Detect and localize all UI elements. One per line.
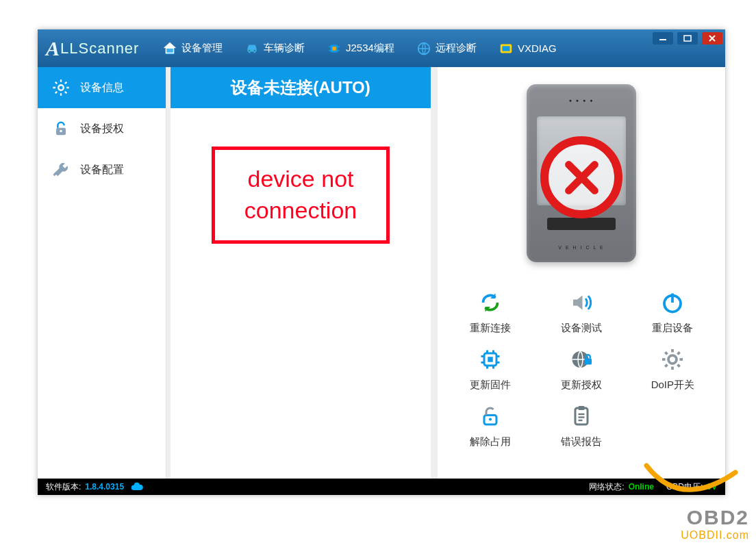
action-grid: 重新连接 设备测试 重启设备 更新固件 更新授权 [438,279,725,455]
car-icon [244,41,260,56]
svg-point-2 [254,49,255,51]
action-error-report[interactable]: 错误报告 [536,401,627,448]
device-not-connected-alert: device not connection [212,147,390,244]
sidebar-label: 设备授权 [80,122,124,136]
action-update-license[interactable]: 更新授权 [536,344,627,392]
action-release-occupy[interactable]: 解除占用 [444,401,536,448]
svg-point-16 [58,85,63,90]
minimize-button[interactable] [653,32,673,44]
menu-vehicle-diag[interactable]: 车辆诊断 [234,29,316,67]
sidebar-item-device-info[interactable]: 设备信息 [38,67,166,108]
vxdiag-icon [499,41,514,56]
menu-remote-diag[interactable]: 远程诊断 [405,29,488,67]
action-label: 更新授权 [561,379,602,392]
menu-bar: ALLScanner 设备管理 车辆诊断 J2534编程 [38,29,725,67]
obd-label: OBD电压: [666,481,703,493]
cog-icon [657,344,688,374]
wrench-icon [51,160,71,179]
home-icon [162,41,177,56]
globe-lock-icon [566,344,596,374]
svg-point-35 [668,355,677,364]
version-value: 1.8.4.0315 [85,482,124,492]
watermark-line2: UOBDII.com [640,529,749,542]
menu-label: 设备管理 [181,42,223,55]
globe-icon [416,41,431,56]
unlock-icon [475,401,505,431]
sidebar-item-device-auth[interactable]: 设备授权 [38,108,166,149]
logo-text: LLScanner [60,40,139,58]
action-label: 解除占用 [470,435,511,448]
menu-j2534[interactable]: J2534编程 [316,29,405,67]
svg-rect-13 [684,36,691,41]
chip-icon [327,41,342,56]
menu-label: J2534编程 [346,42,394,55]
alert-line: connection [230,195,371,227]
svg-line-40 [666,352,668,354]
close-button[interactable] [702,32,722,44]
svg-rect-11 [502,46,509,51]
device-image: ● ● ● ● V E H I C L E [438,67,725,279]
report-icon [566,401,596,431]
action-label: 错误报告 [561,435,602,448]
action-device-test[interactable]: 设备测试 [536,288,627,335]
gear-icon [51,78,71,97]
refresh-icon [475,288,505,318]
window-controls [653,32,722,44]
svg-point-18 [60,130,62,133]
obd-value: 0V [707,482,717,492]
connection-status-header: 设备未连接(AUTO) [171,67,431,108]
menu-vxdiag[interactable]: VXDIAG [488,29,568,67]
power-icon [657,288,688,318]
svg-line-43 [666,365,668,367]
svg-line-42 [678,352,680,354]
alert-line: device not [230,164,371,195]
action-label: 更新固件 [470,379,511,392]
app-logo: ALLScanner [42,35,144,62]
svg-rect-46 [575,408,588,424]
sidebar-label: 设备配置 [80,163,124,177]
action-label: 重新连接 [470,322,511,335]
status-bar: 软件版本: 1.8.4.0315 网络状态: Online OBD电压: 0V [38,479,725,495]
main-area: 设备信息 设备授权 设备配置 设备未连接(AUTO) device not [38,67,725,479]
action-update-firmware[interactable]: 更新固件 [444,344,536,392]
network-value: Online [629,482,654,492]
watermark-line1: OBD2 [640,506,749,529]
action-reboot[interactable]: 重启设备 [627,288,718,335]
action-doip-switch[interactable]: DoIP开关 [627,344,718,392]
app-window: ALLScanner 设备管理 车辆诊断 J2534编程 [38,29,725,495]
cross-circle-icon [540,136,622,218]
svg-rect-34 [584,359,592,365]
menu-label: 车辆诊断 [264,42,305,55]
action-label: DoIP开关 [651,379,694,392]
lock-icon [51,119,71,138]
network-label: 网络状态: [589,481,624,493]
sidebar: 设备信息 设备授权 设备配置 [38,67,166,479]
svg-rect-4 [332,47,336,51]
version-label: 软件版本: [46,481,81,493]
sidebar-label: 设备信息 [80,81,124,95]
action-reconnect[interactable]: 重新连接 [444,288,536,335]
speaker-icon [566,288,596,318]
menu-label: VXDIAG [518,42,557,54]
action-label: 设备测试 [561,322,602,335]
right-panel: ● ● ● ● V E H I C L E 重新连接 设备测试 [438,67,725,479]
firmware-icon [475,344,505,374]
svg-point-45 [489,418,492,420]
svg-rect-24 [488,357,493,362]
menu-device-manage[interactable]: 设备管理 [151,29,234,67]
menu-label: 远程诊断 [436,42,477,55]
svg-line-41 [678,365,680,367]
center-panel: 设备未连接(AUTO) device not connection [171,67,431,479]
svg-point-1 [249,49,250,51]
sidebar-item-device-config[interactable]: 设备配置 [38,149,166,190]
action-label: 重启设备 [652,322,693,335]
svg-rect-47 [578,406,584,410]
cloud-icon[interactable] [131,482,143,492]
maximize-button[interactable] [677,32,698,44]
main-menu: 设备管理 车辆诊断 J2534编程 远程诊断 [151,29,568,67]
center-body: device not connection [171,108,431,479]
